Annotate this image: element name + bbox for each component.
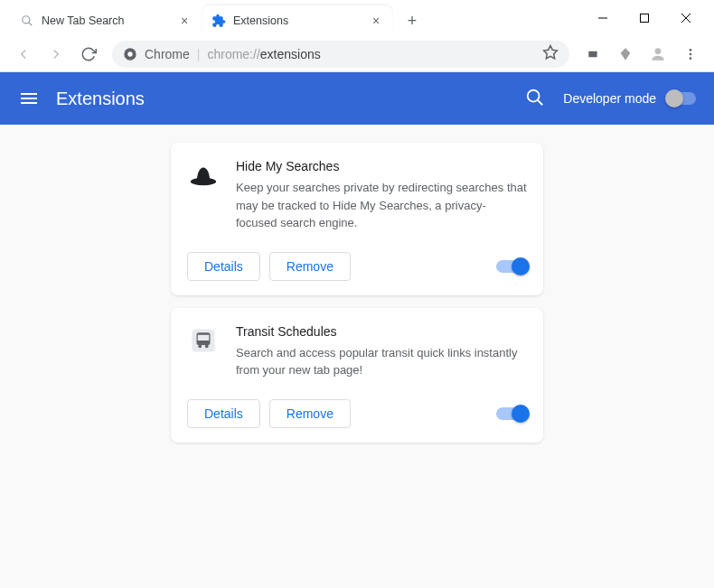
extension-toolbar-icon-2[interactable] [611,40,640,69]
url-separator: | [197,47,201,61]
extension-name: Hide My Searches [236,159,527,173]
search-icon [20,14,34,28]
svg-line-18 [538,100,543,106]
minimize-button[interactable] [582,0,624,36]
extension-description: Search and access popular transit quick … [236,344,527,379]
svg-point-24 [205,344,209,348]
url-text: chrome://extensions [207,47,320,61]
svg-rect-22 [198,334,210,340]
svg-rect-9 [588,51,597,57]
svg-point-0 [23,16,30,23]
svg-point-10 [655,48,662,54]
developer-mode-label: Developer mode [563,91,656,106]
extensions-content: Hide My Searches Keep your searches priv… [0,125,714,588]
chrome-icon [123,47,137,61]
extension-card: Transit Schedules Search and access popu… [171,308,543,443]
extensions-header: Extensions Developer mode [0,72,714,125]
enable-toggle[interactable] [496,407,527,420]
window-controls [582,0,714,36]
extension-description: Keep your searches private by redirectin… [236,179,527,232]
svg-rect-15 [21,98,37,99]
new-tab-button[interactable]: + [399,8,425,33]
svg-rect-16 [21,102,37,104]
details-button[interactable]: Details [187,252,260,281]
svg-point-12 [690,52,692,55]
menu-button[interactable] [676,40,705,69]
enable-toggle[interactable] [496,260,527,273]
tab-title: New Tab Search [42,14,177,27]
forward-button[interactable] [42,40,70,69]
svg-point-11 [690,49,692,51]
page-title: Extensions [56,89,525,109]
svg-point-17 [528,90,540,102]
profile-avatar[interactable] [644,40,672,69]
maximize-button[interactable] [624,0,665,36]
back-button[interactable] [9,40,38,69]
url-box[interactable]: Chrome | chrome://extensions [112,41,569,68]
bus-icon [187,324,220,357]
extension-card: Hide My Searches Keep your searches priv… [171,143,543,295]
window-titlebar: New Tab Search × Extensions × + [0,0,714,36]
close-icon[interactable]: × [177,14,192,28]
svg-point-13 [690,57,692,60]
remove-button[interactable]: Remove [269,399,351,428]
details-button[interactable]: Details [187,399,260,428]
search-icon[interactable] [525,88,547,109]
extension-toolbar-icon-1[interactable] [578,40,607,69]
tab-title: Extensions [233,14,369,27]
bookmark-star-icon[interactable] [542,44,559,63]
svg-point-7 [127,51,132,56]
tab-new-tab-search[interactable]: New Tab Search × [11,5,201,36]
extension-cards: Hide My Searches Keep your searches priv… [18,143,696,443]
address-bar: Chrome | chrome://extensions [0,36,714,72]
extension-icon [211,14,226,28]
hat-icon [187,159,220,191]
extension-name: Transit Schedules [236,324,527,339]
developer-mode-toggle[interactable] [665,92,696,105]
remove-button[interactable]: Remove [269,252,351,281]
tab-strip: New Tab Search × Extensions × + [0,0,582,36]
url-chip: Chrome [145,47,190,61]
svg-marker-8 [544,46,558,59]
close-icon[interactable]: × [369,14,383,28]
close-button[interactable] [665,0,707,36]
hamburger-menu-icon[interactable] [18,88,40,109]
tab-extensions[interactable]: Extensions × [202,5,392,36]
svg-point-23 [198,344,202,348]
svg-rect-3 [641,14,649,23]
svg-line-1 [29,23,33,26]
svg-rect-14 [21,93,37,95]
reload-button[interactable] [74,40,103,69]
